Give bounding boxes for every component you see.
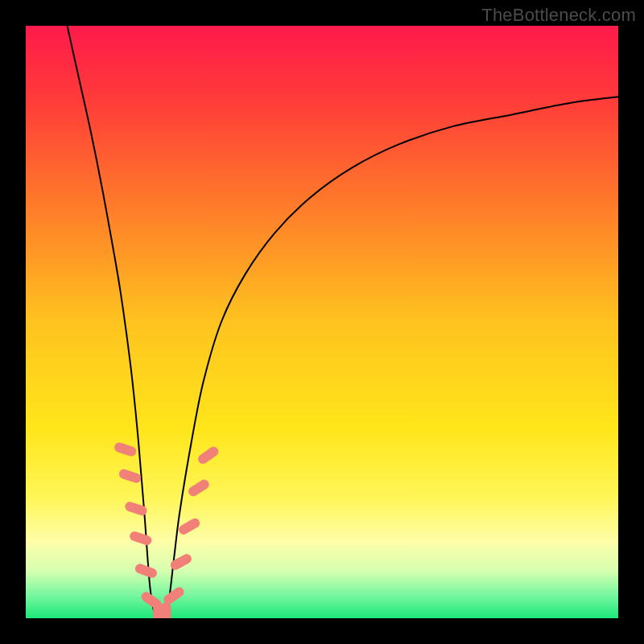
highlight-dash — [161, 602, 171, 618]
gradient-background — [26, 26, 618, 618]
highlight-dash — [153, 602, 163, 618]
chart-frame — [26, 26, 618, 618]
bottleneck-chart — [26, 26, 618, 618]
watermark-text: TheBottleneck.com — [481, 5, 636, 26]
